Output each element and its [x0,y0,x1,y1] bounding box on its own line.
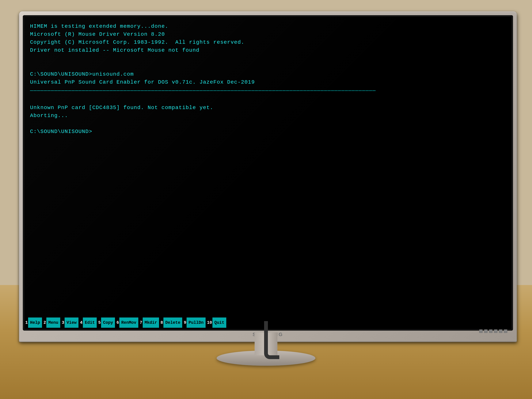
fn-number-9: 9 [183,320,187,325]
fn-number-1: 1 [25,320,28,325]
fn-number-2: 2 [43,320,46,325]
terminal-line-12: Aborting... [30,112,506,120]
blank-line-3 [30,96,506,104]
terminal-prompt: C:\SOUND\UNISOUND> [30,128,506,136]
fn-key-2[interactable]: 2 Menu [43,317,60,328]
fn-key-1[interactable]: 1 Help [25,317,42,328]
fn-label-1[interactable]: Help [28,317,42,328]
fn-label-10[interactable]: Quit [212,317,226,328]
monitor-btn-power[interactable] [504,329,507,333]
terminal-line-2: Microsoft (R) Mouse Driver Version 8.20 [30,30,506,38]
fn-label-9[interactable]: PullDn [187,317,205,328]
fn-label-4[interactable]: Edit [83,317,97,328]
terminal-line-11: Unknown PnP card [CDC4835] found. Not co… [30,104,506,112]
fn-number-10: 10 [207,320,212,325]
monitor-btn-prev[interactable] [484,329,488,333]
fn-key-5[interactable]: 5 Copy [98,317,115,328]
fn-key-3[interactable]: 3 View [61,317,78,328]
fn-number-6: 6 [116,320,119,325]
fn-label-8[interactable]: Delete [163,317,182,328]
fn-key-10[interactable]: 10 Quit [207,317,226,328]
terminal-line-7: C:\SOUND\UNISOUND>unisound.com [30,70,506,78]
terminal-line-1: HIMEM is testing extended memory...done. [30,22,506,30]
monitor-casing: HIMEM is testing extended memory...done.… [19,11,517,342]
blank-line-4 [30,120,506,128]
fn-label-3[interactable]: View [65,317,78,328]
terminal-line-4: Driver not installed -- Microsoft Mouse … [30,46,506,54]
fn-number-7: 7 [139,320,143,325]
fn-label-5[interactable]: Copy [101,317,115,328]
fn-number-4: 4 [80,320,83,325]
fn-number-5: 5 [98,320,101,325]
fn-label-2[interactable]: Menu [46,317,60,328]
terminal-separator: ────────────────────────────────────────… [30,87,506,95]
terminal-line-3: Copyright (C) Microsoft Corp. 1983-1992.… [30,38,506,46]
fn-number-3: 3 [61,320,65,325]
fn-key-4[interactable]: 4 Edit [80,317,97,328]
blank-line-2 [30,62,506,70]
fn-key-7[interactable]: 7 Mkdir [139,317,159,328]
fn-key-6[interactable]: 6 RenMov [116,317,138,328]
fn-key-8[interactable]: 8 Delete [160,317,182,328]
monitor-btn-auto[interactable] [499,329,502,333]
fn-label-7[interactable]: Mkdir [143,317,159,328]
monitor-button-group [479,329,507,333]
blank-line-1 [30,54,506,62]
fn-label-6[interactable]: RenMov [119,317,138,328]
terminal-output: HIMEM is testing extended memory...done.… [24,17,512,316]
monitor-btn-menu[interactable] [479,329,483,333]
monitor-bezel: HIMEM is testing extended memory...done.… [23,15,513,331]
monitor-cable [264,321,279,359]
terminal-line-8: Universal PnP Sound Card Enabler for DOS… [30,78,506,86]
monitor-screen: HIMEM is testing extended memory...done.… [24,17,512,329]
monitor-btn-select[interactable] [494,329,497,333]
monitor-btn-next[interactable] [489,329,493,333]
fn-number-8: 8 [160,320,163,325]
fn-key-9[interactable]: 9 PullDn [183,317,205,328]
